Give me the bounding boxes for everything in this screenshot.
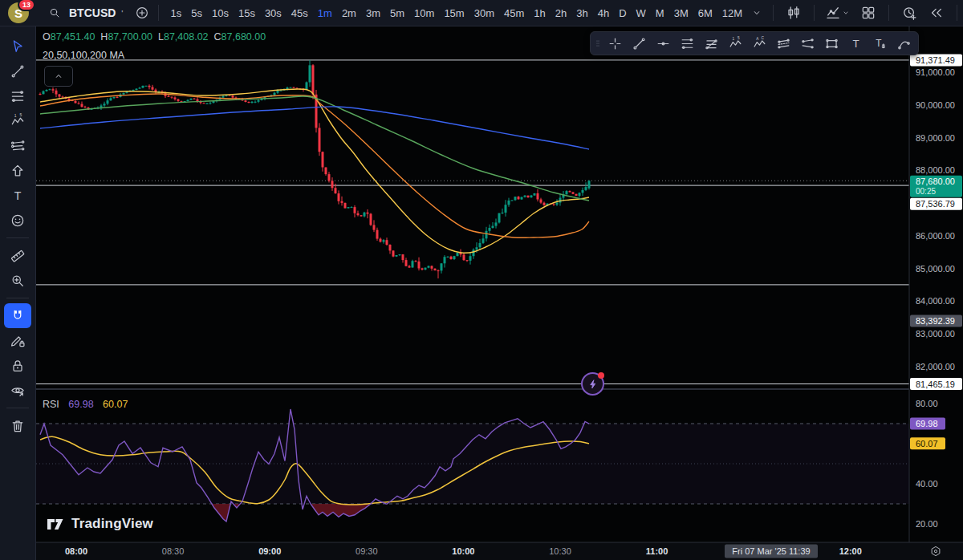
price-tick: 84,000.00: [916, 296, 955, 306]
add-symbol-icon[interactable]: [132, 3, 152, 22]
fav-disjoint-channel-icon[interactable]: [795, 33, 819, 54]
timeframe-2h[interactable]: 2h: [551, 6, 571, 21]
time-tick: 08:30: [162, 546, 185, 556]
timeframe-D[interactable]: D: [615, 6, 630, 21]
tool-lock-drawings-icon[interactable]: [4, 353, 31, 378]
boost-notification-dot: [598, 372, 604, 379]
timeframe-4h[interactable]: 4h: [594, 6, 613, 21]
layout-grid-icon[interactable]: [859, 3, 878, 22]
fav-curve-icon[interactable]: [892, 33, 916, 54]
bar-replay-icon[interactable]: [927, 3, 946, 22]
drag-handle-icon[interactable]: [593, 38, 603, 49]
symbol-search-button[interactable]: BTCUSD': [40, 2, 128, 24]
fav-text-tool-icon[interactable]: T: [843, 33, 868, 54]
tool-arrow-marker-icon[interactable]: [4, 158, 31, 183]
fav-horizontal-line-icon[interactable]: [651, 33, 675, 54]
search-icon: [45, 3, 64, 22]
legend-collapse-button[interactable]: [44, 66, 73, 87]
indicators-icon[interactable]: [825, 3, 851, 22]
timeframe-5s[interactable]: 5s: [187, 6, 206, 21]
tool-elliott-wave-icon[interactable]: 15: [4, 108, 31, 133]
tool-ruler-icon[interactable]: [4, 243, 31, 268]
svg-text:87,536.79: 87,536.79: [916, 199, 955, 209]
timeframe-30s[interactable]: 30s: [261, 6, 286, 21]
time-axis[interactable]: 08:0008:3009:0009:3010:0010:3011:0012:00…: [36, 542, 963, 560]
time-tick: 10:30: [549, 546, 571, 556]
timeframe-W[interactable]: W: [632, 6, 650, 21]
timeframe-15m[interactable]: 15m: [440, 6, 468, 21]
lightning-boost-icon[interactable]: [581, 372, 604, 396]
toolbar-separator: [888, 5, 889, 21]
tool-stay-drawing-mode-icon[interactable]: [4, 328, 31, 353]
tool-magnet-icon[interactable]: [4, 303, 31, 328]
timeframe-2m[interactable]: 2m: [338, 6, 360, 21]
timeframe-1h[interactable]: 1h: [530, 6, 549, 21]
fav-trend-line-icon[interactable]: [627, 33, 651, 54]
fav-trend-fib-icon[interactable]: [699, 33, 723, 54]
timeframe-12M[interactable]: 12M: [718, 6, 746, 21]
fav-crosshair-icon[interactable]: [603, 33, 627, 54]
tool-fib-retracement-icon[interactable]: [4, 83, 31, 108]
svg-text:5: 5: [20, 113, 22, 117]
timeframe-6M[interactable]: 6M: [694, 6, 717, 21]
tool-hide-drawings-icon[interactable]: [4, 378, 31, 403]
timeframe-3m[interactable]: 3m: [362, 6, 384, 21]
tool-prediction-tools-icon[interactable]: [4, 133, 31, 158]
chart-area[interactable]: 91,000.0090,000.0089,000.0088,000.0086,0…: [36, 26, 963, 560]
svg-text:C: C: [761, 36, 764, 40]
fav-elliott-wave-icon[interactable]: 15: [723, 33, 747, 54]
timeframe-10s[interactable]: 10s: [208, 6, 233, 21]
timeframe-10m[interactable]: 10m: [410, 6, 438, 21]
time-tick: 08:00: [65, 546, 87, 556]
price-tick: 86,000.00: [916, 231, 955, 241]
price-tick: 91,000.00: [916, 67, 955, 77]
timeframe-1m[interactable]: 1m: [314, 6, 336, 21]
time-tick: 11:00: [646, 546, 668, 556]
svg-text:T: T: [876, 38, 881, 49]
svg-text:T: T: [852, 37, 859, 49]
svg-text:5: 5: [737, 36, 739, 40]
alert-clock-icon[interactable]: [900, 3, 919, 22]
toolbar-separator: [814, 5, 815, 21]
svg-text:81,465.19: 81,465.19: [916, 379, 955, 389]
svg-text:A: A: [756, 37, 759, 41]
timeframe-45s[interactable]: 45s: [287, 6, 312, 21]
user-avatar[interactable]: S 13: [8, 2, 29, 23]
rsi-tick: 20.00: [916, 519, 938, 529]
svg-text:1: 1: [14, 113, 17, 118]
tool-emoji-icon[interactable]: [4, 208, 31, 233]
time-tick: 12:00: [839, 546, 862, 556]
tool-trend-line-icon[interactable]: [4, 59, 31, 83]
timeframe-M[interactable]: M: [652, 6, 668, 21]
candles-style-icon[interactable]: [784, 3, 803, 22]
price-axis[interactable]: 91,000.0090,000.0089,000.0088,000.0086,0…: [909, 26, 963, 560]
timeframe-15s[interactable]: 15s: [234, 6, 259, 21]
fav-rectangle-icon[interactable]: [819, 33, 843, 54]
fav-xabcd-pattern-icon[interactable]: AC: [747, 33, 771, 54]
svg-text:69.98: 69.98: [916, 419, 938, 428]
timeframe-3h[interactable]: 3h: [572, 6, 591, 21]
timeframe-3M[interactable]: 3M: [670, 6, 693, 21]
current-time-label: Fri 07 Mar '25 11:39: [732, 546, 810, 556]
sidebar-divider: [6, 408, 29, 408]
timeframe-list: 1s5s10s15s30s45s1m2m3m5m10m15m30m45m1h2h…: [165, 6, 747, 21]
fav-anchored-text-icon[interactable]: T: [868, 33, 892, 54]
tool-cursor-icon[interactable]: [4, 34, 31, 59]
price-chart-svg[interactable]: 91,000.0090,000.0089,000.0088,000.0086,0…: [36, 26, 963, 560]
timeframe-expand-chevron-icon[interactable]: [747, 3, 766, 22]
tool-remove-drawings-icon[interactable]: [4, 413, 31, 438]
timeframe-5m[interactable]: 5m: [386, 6, 408, 21]
svg-text:87,680.00: 87,680.00: [916, 177, 955, 186]
price-tick: 82,000.00: [916, 362, 955, 371]
fav-fib-retracement-icon[interactable]: [675, 33, 699, 54]
tradingview-logo[interactable]: TradingView: [46, 514, 153, 534]
timeframe-1s[interactable]: 1s: [166, 6, 185, 21]
svg-text:60.07: 60.07: [916, 439, 938, 448]
timeframe-30m[interactable]: 30m: [470, 6, 498, 21]
tool-zoom-in-icon[interactable]: [4, 268, 31, 293]
timeframe-45m[interactable]: 45m: [500, 6, 528, 21]
fav-parallel-channel-icon[interactable]: [771, 33, 795, 54]
favorite-drawings-toolbar: 15ACTT: [590, 31, 919, 55]
time-tick: 09:30: [356, 546, 378, 556]
tool-text-tool-icon[interactable]: T: [4, 183, 31, 208]
